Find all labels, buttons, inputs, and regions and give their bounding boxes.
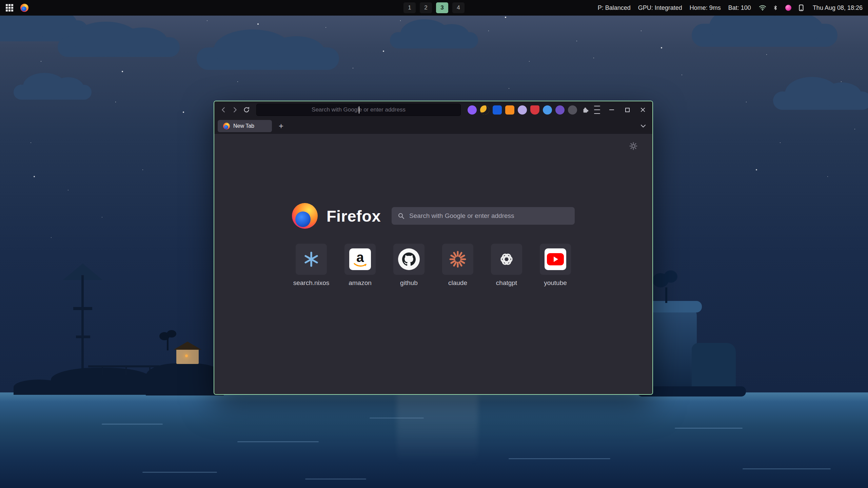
extension-icon-3[interactable] bbox=[493, 105, 502, 115]
media-dot-icon bbox=[785, 5, 791, 11]
minimize-icon bbox=[609, 109, 614, 110]
newtab-search-bar[interactable] bbox=[392, 207, 575, 225]
palm-canopy bbox=[167, 330, 176, 338]
shortcut-tile[interactable] bbox=[393, 244, 425, 275]
shortcut-github[interactable]: github bbox=[393, 244, 425, 287]
amazon-icon: a bbox=[349, 248, 371, 270]
bridge-post bbox=[125, 367, 127, 375]
search-icon bbox=[398, 212, 405, 219]
youtube-play-icon bbox=[547, 253, 564, 265]
shortcut-search-nixos[interactable]: search.nixos bbox=[296, 244, 327, 287]
minimize-button[interactable] bbox=[606, 104, 618, 115]
shortcut-claude[interactable]: claude bbox=[442, 244, 473, 287]
shortcut-youtube[interactable]: youtube bbox=[540, 244, 571, 287]
shortcut-label: claude bbox=[448, 279, 467, 287]
status-bar: 1 2 3 4 P: Balanced GPU: Integrated Home… bbox=[0, 0, 868, 16]
tower-platform bbox=[76, 336, 90, 338]
chatgpt-knot-icon bbox=[498, 251, 515, 268]
list-tabs-chevron-icon[interactable] bbox=[637, 120, 649, 132]
wave-ripple bbox=[305, 479, 366, 480]
menu-button[interactable] bbox=[591, 104, 603, 116]
status-ping: Home: 9ms bbox=[690, 4, 721, 12]
shortcut-label: github bbox=[400, 279, 418, 287]
extension-icon-2[interactable] bbox=[480, 105, 489, 115]
back-button[interactable] bbox=[218, 104, 229, 116]
water-shimmer bbox=[397, 393, 478, 488]
extension-icon-6[interactable] bbox=[530, 105, 539, 115]
shortcut-label: amazon bbox=[349, 279, 372, 287]
newtab-page: Firefox search.nixos a a bbox=[214, 134, 652, 394]
wave-ripple bbox=[675, 428, 743, 429]
workspace-4[interactable]: 4 bbox=[452, 2, 465, 13]
tab-title: New Tab bbox=[233, 123, 254, 129]
tab-bar: New Tab + bbox=[214, 118, 652, 134]
reload-button[interactable] bbox=[241, 104, 252, 116]
workspace-2[interactable]: 2 bbox=[420, 2, 432, 13]
browser-toolbar bbox=[214, 101, 652, 118]
github-icon bbox=[398, 248, 420, 270]
workspace-1[interactable]: 1 bbox=[403, 2, 416, 13]
forward-button[interactable] bbox=[229, 104, 241, 116]
shortcut-tile[interactable] bbox=[540, 244, 571, 275]
cloud bbox=[390, 32, 478, 48]
tab-new-tab[interactable]: New Tab bbox=[218, 120, 272, 132]
extension-icon-7[interactable] bbox=[543, 105, 552, 115]
wave-ripple bbox=[142, 472, 217, 473]
cloud bbox=[692, 24, 837, 47]
wave-ripple bbox=[370, 418, 424, 419]
island-rock-column bbox=[646, 305, 697, 394]
cloud bbox=[773, 92, 868, 110]
extension-icon-8[interactable] bbox=[555, 105, 565, 115]
bluetooth-icon[interactable] bbox=[771, 4, 780, 12]
amazon-a-glyph: a bbox=[356, 251, 364, 263]
shortcut-chatgpt[interactable]: chatgpt bbox=[491, 244, 522, 287]
extension-icon-4[interactable] bbox=[505, 105, 514, 115]
window-controls bbox=[606, 104, 649, 115]
tree-canopy bbox=[664, 270, 677, 283]
extension-icon-5[interactable] bbox=[518, 105, 527, 115]
display-device-icon[interactable] bbox=[797, 4, 805, 12]
workspace-switcher: 1 2 3 4 bbox=[403, 2, 465, 13]
close-icon bbox=[640, 107, 646, 113]
new-tab-button[interactable]: + bbox=[275, 120, 287, 132]
island-rock bbox=[14, 380, 64, 395]
app-launcher-button[interactable] bbox=[5, 4, 14, 12]
shortcut-tile[interactable] bbox=[491, 244, 522, 275]
newtab-hero: Firefox bbox=[214, 203, 652, 229]
wifi-icon[interactable] bbox=[758, 4, 767, 12]
close-button[interactable] bbox=[637, 104, 649, 115]
status-battery: Bat: 100 bbox=[728, 4, 751, 12]
status-power-profile: P: Balanced bbox=[598, 4, 631, 12]
extension-icon-1[interactable] bbox=[468, 105, 477, 115]
shortcut-tile[interactable] bbox=[296, 244, 327, 275]
url-bar[interactable] bbox=[256, 104, 461, 116]
personalize-gear-icon[interactable] bbox=[628, 141, 639, 151]
shortcut-label: search.nixos bbox=[293, 279, 330, 287]
extension-icon-9[interactable] bbox=[568, 105, 577, 115]
status-gpu: GPU: Integrated bbox=[638, 4, 682, 12]
shortcut-tile[interactable]: a bbox=[344, 244, 376, 275]
text-caret bbox=[359, 106, 359, 114]
shortcut-tile[interactable] bbox=[442, 244, 473, 275]
shortcut-tiles: search.nixos a amazon github bbox=[214, 244, 652, 287]
media-icon[interactable] bbox=[784, 4, 792, 12]
firefox-favicon bbox=[223, 123, 230, 129]
extension-buttons bbox=[468, 105, 577, 115]
firefox-launcher-icon[interactable] bbox=[20, 4, 28, 12]
newtab-search-input[interactable] bbox=[409, 212, 569, 220]
shortcut-label: youtube bbox=[544, 279, 567, 287]
bridge-post bbox=[102, 367, 103, 375]
apps-grid-icon bbox=[6, 4, 8, 6]
wave-ripple bbox=[237, 441, 319, 442]
shortcut-label: chatgpt bbox=[496, 279, 517, 287]
shortcut-amazon[interactable]: a amazon bbox=[344, 244, 376, 287]
firefox-window: New Tab + Firefox search.nixos bbox=[214, 101, 653, 395]
extensions-puzzle-icon[interactable] bbox=[580, 104, 591, 116]
bridge bbox=[88, 365, 159, 367]
workspace-3-active[interactable]: 3 bbox=[436, 2, 448, 13]
tree-trunk bbox=[665, 287, 667, 303]
island-base bbox=[637, 386, 746, 396]
island-rock bbox=[146, 363, 224, 395]
maximize-button[interactable] bbox=[621, 104, 633, 115]
cloud bbox=[58, 37, 180, 57]
